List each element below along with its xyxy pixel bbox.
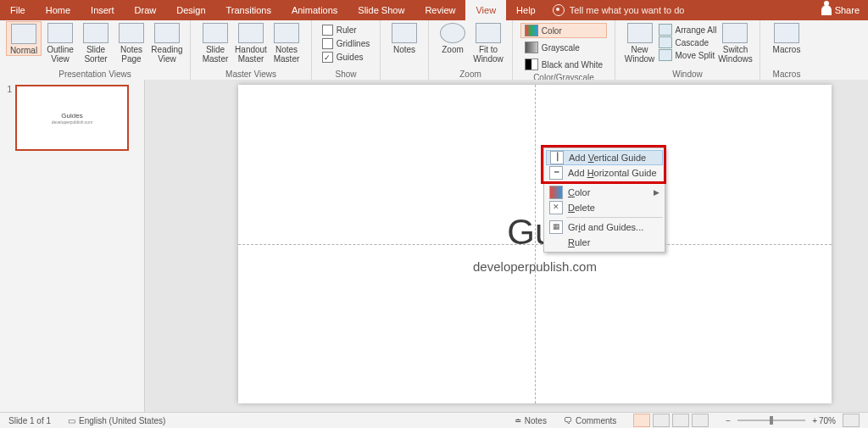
lightbulb-icon [553, 4, 565, 16]
arrange-all-icon [659, 24, 672, 36]
status-notes-button[interactable]: ≐Notes [506, 416, 555, 425]
zoom-percent[interactable]: 70% [819, 416, 836, 425]
color-palette-icon [549, 186, 563, 199]
group-macros: Macros Macros [760, 20, 813, 80]
slideshow-view-status-button[interactable] [692, 414, 709, 427]
ruler-checkbox[interactable]: Ruler [322, 25, 370, 36]
ctx-add-horizontal-label: Add Horizontal Guide [568, 168, 657, 178]
thumbnail-number: 1 [5, 85, 12, 151]
status-slide-count[interactable]: Slide 1 of 1 [0, 416, 59, 425]
guides-checkbox-label: Guides [337, 53, 364, 62]
slide-master-button[interactable]: Slide Master [198, 21, 232, 64]
color-mode-button[interactable]: Color [520, 23, 607, 38]
ctx-add-vertical-guide[interactable]: ┃ Add Vertical Guide [546, 150, 663, 165]
notes-page-label: Notes Page [114, 45, 148, 64]
workspace: 1 Guides developerpublish.com Gui develo… [0, 80, 868, 413]
zoom-out-button[interactable]: − [726, 416, 731, 425]
tell-me-search[interactable]: Tell me what you want to do [553, 4, 685, 16]
slide[interactable]: Gui developerpublish.com [238, 85, 832, 403]
tab-transitions[interactable]: Transitions [216, 0, 281, 20]
guides-checkbox[interactable]: ✓Guides [322, 52, 370, 63]
ctx-separator [566, 217, 663, 218]
ctx-color[interactable]: Color ▶ [546, 185, 663, 200]
thumbnail-title: Guides [61, 112, 82, 120]
reading-view-status-button[interactable] [672, 414, 689, 427]
tab-home[interactable]: Home [36, 0, 81, 20]
group-label-window: Window [620, 69, 754, 80]
tab-review[interactable]: Review [415, 0, 465, 20]
sorter-view-status-button[interactable] [653, 414, 670, 427]
gridlines-checkbox[interactable]: Gridlines [322, 38, 370, 49]
arrange-all-button[interactable]: Arrange All [659, 24, 717, 36]
new-window-button[interactable]: New Window [623, 21, 657, 64]
ctx-ruler-label: Ruler [568, 237, 590, 247]
tab-insert[interactable]: Insert [81, 0, 125, 20]
fit-to-window-button[interactable]: Fit to Window [471, 21, 505, 64]
slide-sorter-button[interactable]: Slide Sorter [79, 21, 113, 64]
ribbon: Normal Outline View Slide Sorter Notes P… [0, 20, 868, 81]
move-split-button[interactable]: Move Split [659, 49, 717, 61]
slide-master-label: Slide Master [198, 45, 232, 64]
ctx-delete[interactable]: ✕ Delete [546, 200, 663, 215]
tab-slideshow[interactable]: Slide Show [348, 0, 415, 20]
ctx-ruler[interactable]: Ruler [546, 235, 663, 250]
slide-thumbnail-1[interactable]: Guides developerpublish.com [15, 85, 129, 151]
handout-master-label: Handout Master [234, 45, 268, 64]
tab-view[interactable]: View [465, 0, 506, 20]
horizontal-guide-icon: ━ [549, 166, 563, 180]
notes-master-button[interactable]: Notes Master [270, 21, 303, 64]
group-label-presentation-views: Presentation Views [5, 69, 185, 80]
outline-view-label: Outline View [43, 45, 77, 64]
move-split-label: Move Split [676, 51, 715, 60]
bw-swatch-icon [525, 58, 538, 70]
status-comments-button[interactable]: 🗨Comments [555, 416, 625, 425]
ctx-separator [566, 182, 663, 183]
new-window-label: New Window [623, 45, 657, 64]
outline-view-button[interactable]: Outline View [43, 21, 77, 64]
fit-to-window-label: Fit to Window [471, 45, 505, 64]
ctx-add-horizontal-guide[interactable]: ━ Add Horizontal Guide [546, 165, 663, 181]
group-notes: Notes [381, 20, 429, 80]
tab-help[interactable]: Help [506, 0, 546, 20]
ctx-grid-and-guides[interactable]: ▦ Grid and Guides... [546, 220, 663, 235]
grayscale-swatch-icon [525, 42, 538, 53]
slide-subtitle-text[interactable]: developerpublish.com [238, 259, 832, 274]
checkbox-icon [322, 38, 333, 49]
zoom-slider[interactable] [737, 420, 805, 421]
macros-button-label: Macros [773, 45, 801, 54]
normal-view-label: Normal [10, 46, 37, 55]
share-button[interactable]: Share [821, 0, 860, 20]
zoom-icon [440, 23, 465, 43]
bw-mode-button[interactable]: Black and White [520, 57, 607, 72]
normal-view-button[interactable]: Normal [6, 21, 42, 56]
group-window: New Window Arrange All Cascade Move Spli… [615, 20, 760, 80]
color-swatch-icon [525, 25, 538, 36]
slide-canvas-area[interactable]: Gui developerpublish.com ┃ Add Vertical … [145, 80, 868, 413]
fit-slide-status-button[interactable] [843, 414, 860, 427]
group-color-grayscale: Color Grayscale Black and White Color/Gr… [513, 20, 615, 80]
fit-window-icon [476, 23, 501, 43]
macros-button[interactable]: Macros [770, 21, 804, 54]
zoom-button[interactable]: Zoom [436, 21, 470, 54]
handout-master-button[interactable]: Handout Master [234, 21, 268, 64]
outline-view-icon [47, 23, 73, 43]
status-comments-label: Comments [576, 416, 616, 425]
notes-page-button[interactable]: Notes Page [114, 21, 148, 64]
zoom-in-button[interactable]: + [812, 416, 817, 425]
reading-view-button[interactable]: Reading View [150, 21, 184, 64]
switch-windows-label: Switch Windows [718, 45, 753, 64]
tab-file[interactable]: File [0, 0, 36, 20]
grayscale-mode-button[interactable]: Grayscale [520, 40, 607, 55]
normal-view-status-button[interactable] [633, 414, 650, 427]
notes-button[interactable]: Notes [387, 21, 421, 54]
tab-design[interactable]: Design [166, 0, 215, 20]
arrange-all-label: Arrange All [676, 25, 717, 35]
cascade-button[interactable]: Cascade [659, 36, 717, 48]
slide-title-text[interactable]: Gui [238, 212, 832, 253]
tab-draw[interactable]: Draw [125, 0, 167, 20]
group-label-master-views: Master Views [196, 69, 306, 80]
status-language[interactable]: ▭ English (United States) [59, 416, 174, 425]
switch-windows-button[interactable]: Switch Windows [718, 21, 752, 64]
grid-icon: ▦ [549, 220, 563, 234]
tab-animations[interactable]: Animations [281, 0, 348, 20]
